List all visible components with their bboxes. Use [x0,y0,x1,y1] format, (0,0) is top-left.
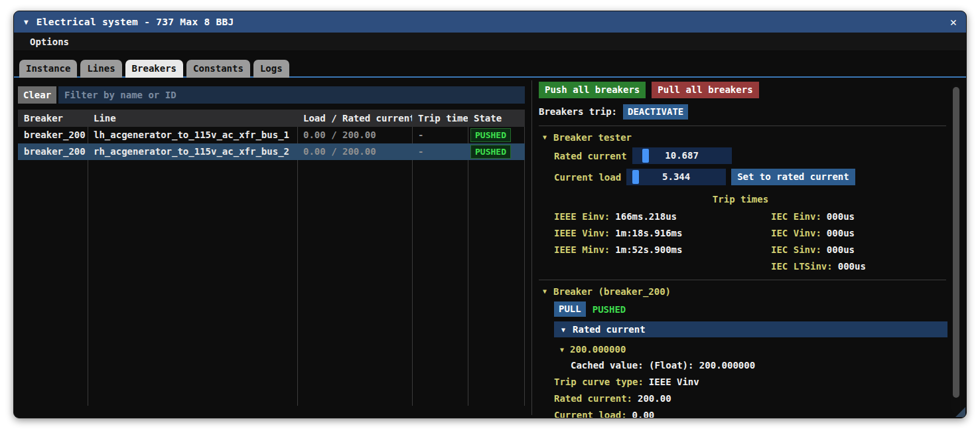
filter-row: Clear [18,86,525,104]
rated-current-value-node[interactable]: ▼ 200.000000 [560,343,950,355]
clear-filter-button[interactable]: Clear [18,86,56,104]
cached-value-line: Cached value: (Float): 200.000000 [571,360,950,372]
cell-breaker: breaker_200 [18,143,88,160]
trip-time-value: 1m:52s.900ms [615,244,682,256]
trip-time-value: 166ms.218us [615,211,677,223]
column-header-state[interactable]: State [468,110,525,127]
pull-all-breakers-button[interactable]: Pull all breakers [652,82,758,98]
tab-lines[interactable]: Lines [80,60,121,78]
table-row[interactable]: breaker_200 rh_acgenerator_to_115v_ac_xf… [18,143,525,160]
breakers-tab-content: Clear Breaker Line Load / Rated current … [14,78,966,418]
rated-current-value: 10.687 [632,147,732,164]
cell-line: rh_acgenerator_to_115v_ac_xfr_bus_2 [88,143,297,160]
tab-logs[interactable]: Logs [253,60,289,78]
trip-time-value: 000us [827,211,855,223]
trip-time-entry: IEC Vinv: 000us [771,228,950,240]
current-load-label: Current load [554,172,621,183]
status-badge: PUSHED [470,128,511,142]
rated-current-info-value: 200.00 [638,393,671,405]
rated-current-collapsing-header[interactable]: ▼ Rated current [554,321,947,337]
breaker-detail-pane: Push all breakers Pull all breakers Brea… [532,78,966,418]
current-load-row: Current load 5.344 Set to rated current [554,169,950,185]
window-resize-grip[interactable] [955,407,965,417]
rated-current-row: Rated current 10.687 [554,147,950,164]
tab-breakers[interactable]: Breakers [125,60,183,78]
window-title: Electrical system - 737 Max 8 BBJ [36,17,234,27]
breaker-tester-header[interactable]: ▼ Breaker tester [543,131,950,143]
trip-time-entry: IEEE Minv: 1m:52s.900ms [554,244,771,256]
trip-time-value: 000us [827,228,855,240]
trip-time-entry: IEC Einv: 000us [771,211,950,223]
breaker-tester-title: Breaker tester [553,132,632,143]
rated-current-info-label: Rated current: [554,393,632,405]
cell-state: PUSHED [468,127,525,143]
separator [539,280,946,280]
separator [539,126,946,126]
scrollbar-thumb[interactable] [953,87,959,398]
trip-time-label: IEEE Vinv: [554,228,610,240]
breaker-state-row: PULL PUSHED [554,301,950,317]
tab-instance[interactable]: Instance [19,60,77,78]
current-load-slider[interactable]: 5.344 [626,169,726,185]
breaker-state-text: PUSHED [593,304,626,315]
current-load-info-label: Current load: [554,410,627,418]
cell-trip-time: - [412,143,468,160]
menu-bar: Options [14,33,966,51]
window-collapse-icon[interactable]: ▼ [24,18,29,27]
trip-time-label: IEC Einv: [771,211,821,223]
breakers-trip-label: Breakers trip: [539,106,617,117]
cell-breaker: breaker_200 [18,127,88,143]
current-load-info-value: 0.00 [632,410,655,418]
trip-time-label: IEEE Minv: [554,244,610,256]
tab-constants[interactable]: Constants [186,60,250,78]
column-header-line[interactable]: Line [88,110,297,127]
breaker-list-pane: Clear Breaker Line Load / Rated current … [14,78,531,418]
column-header-load[interactable]: Load / Rated current [297,110,412,127]
close-icon[interactable]: ✕ [950,17,957,28]
breaker-section-body: PULL PUSHED ▼ Rated current ▼ 200.000000… [539,301,950,418]
trip-time-value: 000us [827,244,855,256]
trip-time-entry: IEEE Vinv: 1m:18s.916ms [554,228,771,240]
trip-time-entry: IEC LTSinv: 000us [771,261,950,273]
breakers-table: Breaker Line Load / Rated current Trip t… [18,110,525,406]
trip-times-title: Trip times [539,194,942,205]
filter-input[interactable] [58,86,525,104]
bulk-actions-row: Push all breakers Pull all breakers [539,82,950,98]
trip-curve-type-value: IEEE Vinv [649,377,699,388]
menu-item-options[interactable]: Options [30,37,69,47]
rated-current-header-label: Rated current [573,324,646,335]
table-row[interactable]: breaker_200 lh_acgenerator_to_115v_ac_xf… [18,127,525,143]
column-header-trip-time[interactable]: Trip time [412,110,468,127]
trip-times-grid: IEEE Einv: 166ms.218us IEC Einv: 000us I… [554,211,950,278]
tree-expanded-icon: ▼ [543,133,547,141]
cell-load: 0.00 / 200.00 [297,143,412,160]
set-to-rated-current-button[interactable]: Set to rated current [731,169,855,185]
trip-time-entry: IEEE Einv: 166ms.218us [554,211,771,223]
breaker-section-header[interactable]: ▼ Breaker (breaker_200) [543,285,950,298]
tab-bar: Instance Lines Breakers Constants Logs [14,51,966,78]
vertical-scrollbar[interactable] [951,82,961,414]
trip-curve-type-row: Trip curve type: IEEE Vinv [554,377,950,388]
current-load-value: 5.344 [626,169,726,185]
trip-time-label: IEEE Einv: [554,211,610,223]
rated-current-info-row: Rated current: 200.00 [554,393,950,405]
breaker-tester-body: Rated current 10.687 Current load 5.344 … [539,147,950,185]
trip-time-entry-empty [554,261,771,273]
breakers-trip-deactivate-button[interactable]: DEACTIVATE [623,104,688,120]
trip-time-entry: IEC Sinv: 000us [771,244,950,256]
status-badge: PUSHED [470,145,511,159]
cell-trip-time: - [412,127,468,143]
table-header-row: Breaker Line Load / Rated current Trip t… [18,110,525,127]
push-all-breakers-button[interactable]: Push all breakers [539,82,646,98]
pull-breaker-button[interactable]: PULL [554,301,586,317]
cell-load: 0.00 / 200.00 [297,127,412,143]
breaker-section-title: Breaker (breaker_200) [553,286,671,297]
trip-time-value: 000us [838,261,866,273]
trip-curve-type-label: Trip curve type: [554,377,644,388]
trip-time-label: IEC Vinv: [771,228,821,240]
rated-current-label: Rated current [554,151,627,161]
rated-current-slider[interactable]: 10.687 [632,147,732,164]
column-header-breaker[interactable]: Breaker [18,110,88,127]
trip-time-value: 1m:18s.916ms [615,228,682,240]
value-node-label: 200.000000 [570,344,626,355]
